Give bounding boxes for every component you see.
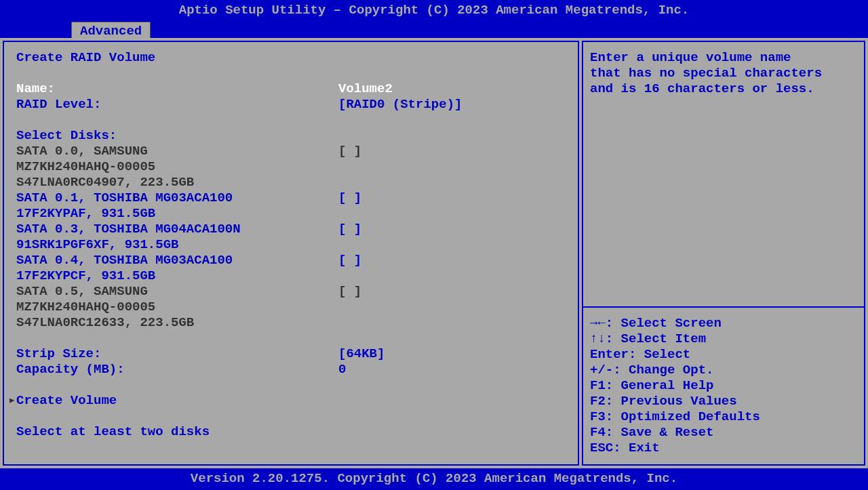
disk-row: SATA 0.0, SAMSUNG [ ] — [16, 144, 566, 159]
disk-row[interactable]: SATA 0.1, TOSHIBA MG03ACA100 [ ] — [16, 190, 566, 206]
key-change-opt: +/-: Change Opt. — [590, 363, 857, 378]
title-text: Aptio Setup Utility – Copyright (C) 2023… — [179, 3, 690, 18]
keys-section: →←: Select Screen ↑↓: Select Item Enter:… — [590, 313, 857, 456]
disk-row: SATA 0.5, SAMSUNG [ ] — [16, 284, 566, 300]
disk-line2: 17F2KYPAF, 931.5GB — [16, 206, 155, 222]
create-volume-label: Create Volume — [16, 393, 117, 409]
disk-line1: SATA 0.1, TOSHIBA MG03ACA100 — [16, 190, 338, 206]
title-bar: Aptio Setup Utility – Copyright (C) 2023… — [0, 0, 868, 22]
left-panel: Create RAID Volume Name: Volume2 RAID Le… — [3, 41, 579, 466]
disk-checkbox: [ ] — [338, 284, 566, 300]
help-line: that has no special characters — [590, 66, 857, 81]
disk-checkbox: [ ] — [338, 253, 566, 268]
raid-level-label: RAID Level: — [16, 97, 338, 113]
key-save-reset: F4: Save & Reset — [590, 425, 857, 441]
disk-row[interactable]: SATA 0.3, TOSHIBA MG04ACA100N [ ] — [16, 222, 566, 237]
key-optimized-defaults: F3: Optimized Defaults — [590, 409, 857, 425]
disk-checkbox: [ ] — [338, 144, 566, 159]
name-label: Name: — [16, 81, 338, 97]
bios-screen: Aptio Setup Utility – Copyright (C) 2023… — [0, 0, 868, 490]
disk-row[interactable]: SATA 0.4, TOSHIBA MG03ACA100 [ ] — [16, 253, 566, 268]
disk-line3: S47LNA0RC04907, 223.5GB — [16, 175, 194, 190]
disk-checkbox: [ ] — [338, 190, 566, 206]
disk-line1: SATA 0.3, TOSHIBA MG04ACA100N — [16, 222, 338, 237]
key-previous-values: F2: Previous Values — [590, 394, 857, 409]
strip-size-row[interactable]: Strip Size: [64KB] — [16, 346, 566, 362]
key-exit: ESC: Exit — [590, 441, 857, 456]
capacity-value: 0 — [338, 362, 566, 377]
main-area: Create RAID Volume Name: Volume2 RAID Le… — [0, 38, 868, 468]
tab-row: Advanced — [0, 22, 868, 38]
capacity-label: Capacity (MB): — [16, 362, 338, 377]
capacity-row[interactable]: Capacity (MB): 0 — [16, 362, 566, 377]
help-line: and is 16 characters or less. — [590, 81, 857, 97]
disk-line3: S47LNA0RC12633, 223.5GB — [16, 315, 194, 331]
raid-level-value: [RAID0 (Stripe)] — [338, 97, 566, 113]
disk-line2: 91SRK1PGF6XF, 931.5GB — [16, 237, 178, 253]
disk-checkbox: [ ] — [338, 222, 566, 237]
section-title: Create RAID Volume — [16, 50, 155, 66]
disk-line1: SATA 0.0, SAMSUNG — [16, 144, 338, 159]
disk-line2: 17F2KYPCF, 931.5GB — [16, 268, 155, 284]
submenu-marker-icon: ▸ — [8, 393, 16, 409]
strip-size-label: Strip Size: — [16, 346, 338, 362]
key-general-help: F1: General Help — [590, 378, 857, 394]
disk-line1: SATA 0.4, TOSHIBA MG03ACA100 — [16, 253, 338, 268]
right-panel: Enter a unique volume name that has no s… — [582, 41, 865, 466]
footer-text: Version 2.20.1275. Copyright (C) 2023 Am… — [191, 471, 677, 486]
footer-bar: Version 2.20.1275. Copyright (C) 2023 Am… — [0, 468, 868, 490]
tab-advanced[interactable]: Advanced — [71, 22, 151, 40]
key-enter: Enter: Select — [590, 347, 857, 363]
strip-size-value: [64KB] — [338, 346, 566, 362]
name-row[interactable]: Name: Volume2 — [16, 81, 566, 97]
disk-line1: SATA 0.5, SAMSUNG — [16, 284, 338, 300]
key-select-item: ↑↓: Select Item — [590, 331, 857, 347]
raid-level-row[interactable]: RAID Level: [RAID0 (Stripe)] — [16, 97, 566, 113]
disk-line2: MZ7KH240HAHQ-00005 — [16, 300, 155, 315]
key-select-screen: →←: Select Screen — [590, 316, 857, 331]
create-volume-row[interactable]: ▸ Create Volume — [16, 393, 566, 409]
hint-text: Select at least two disks — [16, 424, 210, 440]
name-value: Volume2 — [338, 81, 566, 97]
help-text: Enter a unique volume name that has no s… — [590, 50, 857, 301]
help-line: Enter a unique volume name — [590, 50, 857, 66]
select-disks-label: Select Disks: — [16, 128, 117, 144]
right-divider — [583, 306, 864, 308]
disk-line2: MZ7KH240HAHQ-00005 — [16, 159, 155, 175]
